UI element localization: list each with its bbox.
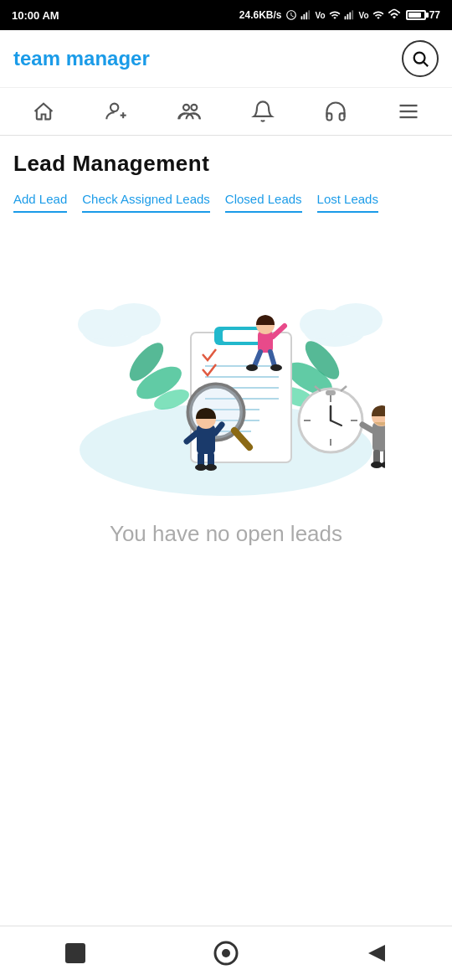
wifi-icon-2: [372, 9, 384, 21]
tab-check-assigned[interactable]: Check Assigned Leads: [82, 192, 210, 213]
svg-point-59: [195, 464, 207, 471]
app-title: team manager: [13, 47, 150, 70]
svg-point-8: [414, 53, 425, 64]
wifi-icon-1: [329, 9, 341, 21]
square-icon: [62, 940, 89, 967]
svg-rect-4: [344, 16, 346, 19]
status-bar: 10:00 AM 24.6KB/s Vo Vo 77: [0, 0, 452, 30]
svg-line-69: [362, 425, 372, 431]
svg-rect-0: [300, 16, 302, 19]
illustration-area: [13, 228, 439, 513]
svg-marker-81: [368, 945, 385, 962]
svg-rect-7: [352, 10, 353, 19]
tabs-container: Add Lead Check Assigned Leads Closed Lea…: [13, 192, 439, 219]
nav-home-circle[interactable]: [211, 938, 241, 968]
app-header: team manager: [0, 30, 452, 88]
signal-icon: [300, 9, 312, 21]
svg-point-75: [246, 364, 258, 371]
svg-point-67: [371, 462, 383, 468]
svg-point-14: [192, 105, 198, 111]
triangle-icon: [363, 940, 390, 967]
network-speed: 24.6KB/s: [239, 9, 282, 21]
nav-team[interactable]: [174, 96, 204, 126]
bottom-nav: [0, 926, 452, 980]
page-content: Lead Management Add Lead Check Assigned …: [0, 136, 452, 926]
nav-home[interactable]: [28, 96, 59, 126]
nav-menu[interactable]: [393, 96, 424, 126]
svg-rect-2: [306, 13, 307, 20]
svg-rect-3: [308, 10, 310, 19]
nav-back-triangle[interactable]: [362, 938, 392, 968]
battery-pct: 77: [429, 9, 440, 21]
svg-rect-52: [326, 390, 336, 395]
svg-point-10: [110, 104, 118, 111]
svg-point-13: [183, 105, 189, 111]
alarm-icon: [285, 9, 297, 21]
battery-icon: [406, 10, 426, 20]
svg-point-68: [381, 462, 385, 468]
nav-add-user[interactable]: [101, 96, 131, 126]
nav-support[interactable]: [321, 96, 351, 126]
wifi-label-2: Vo: [359, 11, 369, 20]
empty-state-text: You have no open leads: [13, 521, 439, 547]
signal-icon-2: [344, 9, 356, 21]
nav-back-square[interactable]: [60, 938, 90, 968]
svg-line-9: [424, 62, 428, 66]
svg-rect-78: [65, 943, 85, 963]
svg-rect-55: [197, 425, 215, 454]
wifi-label-1: Vo: [316, 11, 326, 20]
nav-bar: [0, 88, 452, 136]
svg-point-76: [270, 364, 282, 371]
svg-rect-63: [372, 422, 385, 451]
home-icon: [32, 100, 55, 123]
team-icon: [177, 100, 201, 123]
svg-rect-33: [223, 330, 259, 342]
svg-point-80: [222, 949, 230, 957]
bell-icon: [251, 100, 275, 123]
status-time: 10:00 AM: [12, 9, 59, 22]
svg-rect-1: [303, 14, 305, 19]
search-button[interactable]: [402, 40, 439, 77]
status-bar-right: 24.6KB/s Vo Vo 77: [239, 8, 440, 22]
svg-rect-5: [347, 14, 348, 19]
tab-closed-leads[interactable]: Closed Leads: [225, 192, 302, 213]
menu-icon: [397, 100, 420, 123]
page-title: Lead Management: [13, 151, 439, 177]
leads-illustration: [67, 245, 385, 504]
svg-rect-6: [349, 13, 351, 20]
svg-point-60: [205, 464, 217, 471]
tab-add-lead[interactable]: Add Lead: [13, 192, 67, 213]
svg-point-24: [300, 309, 342, 339]
headset-icon: [324, 100, 347, 123]
search-icon: [411, 49, 429, 68]
svg-point-21: [78, 309, 120, 339]
circle-icon: [213, 940, 239, 967]
nav-notifications[interactable]: [248, 96, 278, 126]
add-user-icon: [105, 100, 128, 123]
wifi-signal-icon: [388, 8, 401, 22]
tab-lost-leads[interactable]: Lost Leads: [317, 192, 378, 213]
